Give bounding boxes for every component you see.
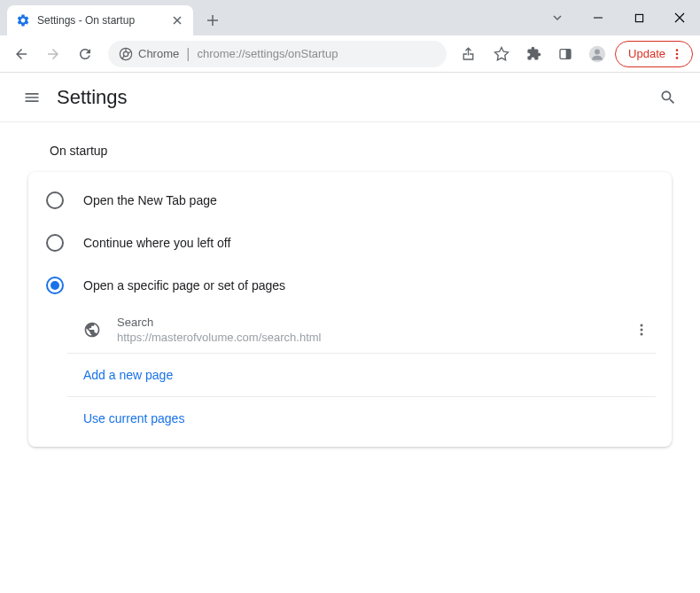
radio-label: Open a specific page or set of pages <box>83 278 285 293</box>
add-page-link[interactable]: Add a new page <box>67 354 672 396</box>
svg-point-11 <box>641 329 643 332</box>
address-bar[interactable]: Chrome | chrome://settings/onStartup <box>108 41 447 67</box>
radio-icon <box>46 191 64 209</box>
svg-point-12 <box>641 333 643 336</box>
settings-content: On startup Open the New Tab page Continu… <box>0 122 700 468</box>
radio-icon <box>46 234 64 252</box>
more-vert-icon <box>671 48 683 60</box>
page-info: Search https://masterofvolume.com/search… <box>117 316 611 344</box>
browser-toolbar: Chrome | chrome://settings/onStartup Upd… <box>0 35 700 73</box>
browser-tab[interactable]: Settings - On startup <box>7 5 193 35</box>
globe-icon <box>83 321 101 339</box>
close-icon[interactable] <box>170 13 184 27</box>
svg-point-10 <box>641 324 643 327</box>
chrome-chip: Chrome <box>119 47 179 61</box>
page-more-button[interactable] <box>627 316 656 344</box>
chrome-icon <box>119 47 133 61</box>
startup-options-card: Open the New Tab page Continue where you… <box>28 172 672 447</box>
tab-title: Settings - On startup <box>37 14 163 27</box>
maximize-button[interactable] <box>618 0 659 35</box>
settings-gear-icon <box>16 13 30 27</box>
more-vert-icon <box>634 323 649 337</box>
extensions-icon[interactable] <box>519 40 548 68</box>
bookmark-star-icon[interactable] <box>487 40 516 68</box>
reload-button[interactable] <box>71 40 99 68</box>
page-url: https://masterofvolume.com/search.html <box>117 331 611 344</box>
new-tab-button[interactable] <box>200 8 225 33</box>
omnibox-url: chrome://settings/onStartup <box>197 47 338 60</box>
update-button[interactable]: Update <box>615 41 693 67</box>
settings-header: Settings <box>0 73 700 122</box>
update-label: Update <box>628 47 665 60</box>
close-window-button[interactable] <box>659 0 700 35</box>
page-name: Search <box>117 316 611 329</box>
svg-point-6 <box>595 49 600 54</box>
specific-pages-section: Search https://masterofvolume.com/search… <box>67 307 672 440</box>
share-icon[interactable] <box>455 40 484 68</box>
omnibox-chip-label: Chrome <box>138 47 179 60</box>
svg-rect-4 <box>566 49 571 59</box>
radio-icon <box>46 277 64 294</box>
minimize-button[interactable] <box>578 0 618 35</box>
startup-page-row: Search https://masterofvolume.com/search… <box>67 307 672 353</box>
svg-point-8 <box>676 52 679 55</box>
radio-new-tab[interactable]: Open the New Tab page <box>28 179 672 222</box>
radio-specific-pages[interactable]: Open a specific page or set of pages <box>28 264 672 307</box>
radio-label: Open the New Tab page <box>83 193 217 207</box>
page-title: Settings <box>57 86 128 109</box>
window-controls <box>537 0 700 35</box>
radio-label: Continue where you left off <box>83 236 230 250</box>
titlebar: Settings - On startup <box>0 0 700 35</box>
radio-continue[interactable]: Continue where you left off <box>28 222 672 264</box>
forward-button[interactable] <box>39 40 67 68</box>
section-title: On startup <box>50 144 672 158</box>
sidepanel-icon[interactable] <box>551 40 579 68</box>
omnibox-separator: | <box>186 46 190 62</box>
chevron-down-icon[interactable] <box>537 12 578 24</box>
svg-rect-0 <box>635 14 642 21</box>
svg-point-9 <box>676 57 679 59</box>
profile-avatar-icon[interactable] <box>583 40 611 68</box>
back-button[interactable] <box>7 40 35 68</box>
use-current-pages-link[interactable]: Use current pages <box>67 397 672 440</box>
search-icon[interactable] <box>650 80 686 115</box>
svg-point-7 <box>676 49 679 51</box>
hamburger-menu-icon[interactable] <box>14 80 50 115</box>
